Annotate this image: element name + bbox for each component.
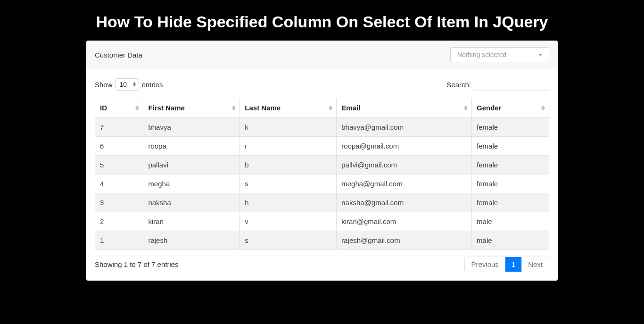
table-row: 4 megha s megha@gmail.com female xyxy=(95,174,549,193)
sort-icon xyxy=(541,105,545,110)
cell-first: kiran xyxy=(143,212,240,231)
length-select[interactable]: 10 xyxy=(116,78,139,91)
cell-gender: female xyxy=(472,118,549,137)
cell-id: 3 xyxy=(95,193,143,212)
dropdown-placeholder: Nothing selected xyxy=(457,51,506,58)
sort-icon xyxy=(329,105,332,110)
card-body: Show 10 entries Search: ID xyxy=(86,69,558,281)
cell-email: naksha@gmail.com xyxy=(337,193,472,212)
cell-last: s xyxy=(240,174,337,193)
length-value: 10 xyxy=(120,81,127,88)
cell-gender: female xyxy=(472,193,549,212)
sort-icon xyxy=(232,105,236,110)
search-input[interactable] xyxy=(474,78,549,91)
search-control: Search: xyxy=(446,78,549,91)
table-row: 2 kiran v kiran@gmail.com male xyxy=(95,212,549,231)
cell-first: bhavya xyxy=(143,118,240,137)
page-title: How To Hide Specified Column On Select O… xyxy=(86,0,558,41)
data-table: ID First Name Last Name Email xyxy=(95,98,549,250)
cell-id: 1 xyxy=(95,231,143,250)
card: Customer Data Nothing selected Show 10 e… xyxy=(86,41,558,281)
caret-down-icon xyxy=(538,54,542,56)
cell-id: 5 xyxy=(95,156,143,174)
length-control: Show 10 entries xyxy=(95,78,163,91)
column-label: Email xyxy=(341,104,360,112)
column-header-firstname[interactable]: First Name xyxy=(143,98,240,118)
entries-label: entries xyxy=(142,81,163,89)
cell-first: naksha xyxy=(143,193,240,212)
cell-id: 6 xyxy=(95,137,143,156)
column-label: ID xyxy=(100,104,107,112)
cell-gender: male xyxy=(472,231,549,250)
cell-gender: female xyxy=(472,137,549,156)
column-label: First Name xyxy=(148,104,185,112)
table-row: 3 naksha h naksha@gmail.com female xyxy=(95,193,549,212)
next-button[interactable]: Next xyxy=(522,257,549,272)
cell-first: megha xyxy=(143,174,240,193)
cell-email: megha@gmail.com xyxy=(337,174,472,193)
cell-email: rajesh@gmail.com xyxy=(337,231,472,250)
previous-button[interactable]: Previous xyxy=(465,257,505,272)
pagination: Previous 1 Next xyxy=(464,257,549,272)
cell-email: roopa@gmail.com xyxy=(337,137,472,156)
cell-first: roopa xyxy=(143,137,240,156)
page-1-button[interactable]: 1 xyxy=(505,257,522,272)
table-row: 7 bhavya k bhavya@gmail.com female xyxy=(95,118,549,137)
column-header-gender[interactable]: Gender xyxy=(472,98,549,118)
table-row: 5 pallavi b pallvi@gmail.com female xyxy=(95,156,549,174)
cell-id: 4 xyxy=(95,174,143,193)
card-header: Customer Data Nothing selected xyxy=(86,41,558,69)
column-label: Gender xyxy=(477,104,502,112)
cell-email: kiran@gmail.com xyxy=(337,212,472,231)
column-header-lastname[interactable]: Last Name xyxy=(240,98,337,118)
cell-id: 7 xyxy=(95,118,143,137)
column-select-dropdown[interactable]: Nothing selected xyxy=(450,47,549,62)
cell-last: h xyxy=(240,193,337,212)
cell-id: 2 xyxy=(95,212,143,231)
table-row: 6 roopa r roopa@gmail.com female xyxy=(95,137,549,156)
cell-last: b xyxy=(240,156,337,174)
table-row: 1 rajesh s rajesh@gmail.com male xyxy=(95,231,549,250)
sort-icon xyxy=(135,105,139,110)
cell-gender: female xyxy=(472,156,549,174)
cell-email: bhavya@gmail.com xyxy=(337,118,472,137)
cell-gender: female xyxy=(472,174,549,193)
search-label: Search: xyxy=(446,81,471,89)
cell-last: k xyxy=(240,118,337,137)
cell-email: pallvi@gmail.com xyxy=(337,156,472,174)
cell-last: v xyxy=(240,212,337,231)
show-label: Show xyxy=(95,81,113,89)
sort-icon xyxy=(464,105,468,110)
info-text: Showing 1 to 7 of 7 entries xyxy=(95,260,179,268)
cell-last: s xyxy=(240,231,337,250)
table-body: 7 bhavya k bhavya@gmail.com female 6 roo… xyxy=(95,118,549,250)
column-header-email[interactable]: Email xyxy=(337,98,472,118)
table-controls: Show 10 entries Search: xyxy=(95,78,549,91)
cell-first: rajesh xyxy=(143,231,240,250)
card-header-title: Customer Data xyxy=(95,51,142,59)
table-footer: Showing 1 to 7 of 7 entries Previous 1 N… xyxy=(95,257,549,272)
cell-first: pallavi xyxy=(143,156,240,174)
cell-last: r xyxy=(240,137,337,156)
column-header-id[interactable]: ID xyxy=(95,98,143,118)
select-arrows-icon xyxy=(133,83,136,87)
cell-gender: male xyxy=(472,212,549,231)
column-label: Last Name xyxy=(245,104,281,112)
